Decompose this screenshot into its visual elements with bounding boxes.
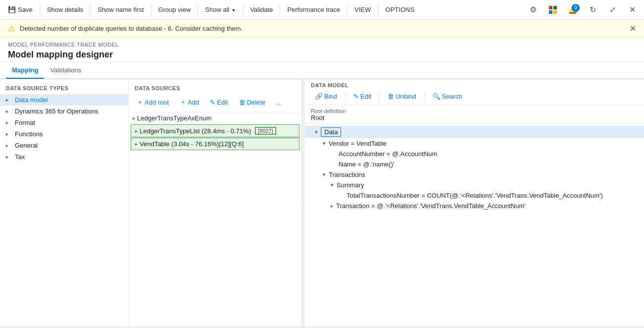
- ds-type-chevron-data-model: [6, 97, 12, 103]
- dm-node-data[interactable]: Data: [305, 126, 644, 138]
- ds-type-item-format[interactable]: Format: [0, 117, 128, 128]
- tab-mapping[interactable]: Mapping: [6, 62, 44, 79]
- validate-button[interactable]: Validate: [246, 4, 277, 15]
- separator-8: [378, 4, 379, 16]
- add-root-button[interactable]: ＋ Add root: [133, 96, 173, 108]
- separator-6: [280, 4, 280, 16]
- toolbar-right: ⚙ 🔔 0 ↻ ⤢ ✕: [525, 2, 640, 18]
- ds-item-ledger-trans-type-ax[interactable]: LedgerTransTypeAxEnum: [129, 112, 301, 124]
- svg-rect-1: [553, 6, 557, 9]
- close-button[interactable]: ✕: [624, 2, 640, 18]
- dm-node-account-number[interactable]: AccountNumber = @.AccountNum: [305, 149, 644, 159]
- root-definition: Root definition Root: [305, 105, 644, 124]
- ds-item-ledger-trans-type-list[interactable]: LedgerTransTypeList (28.4ms - 0.71%) [90…: [131, 124, 299, 137]
- dm-node-summary[interactable]: Summary: [305, 180, 644, 190]
- search-dm-button[interactable]: 🔍 Search: [429, 91, 466, 102]
- ds-chevron-2: [135, 128, 138, 134]
- bind-button[interactable]: 🔗 Bind: [311, 91, 341, 102]
- left-panel: DATA SOURCE TYPES Data model Dynamics 36…: [0, 79, 302, 327]
- add-button[interactable]: ＋ Add: [176, 96, 203, 108]
- dm-label-transactions: Transactions: [329, 171, 365, 178]
- view-button[interactable]: VIEW: [350, 4, 375, 15]
- bind-icon: 🔗: [315, 93, 323, 100]
- save-button[interactable]: 💾 Save: [4, 4, 37, 15]
- ds-type-chevron-functions: [6, 131, 12, 137]
- ds-type-label-dynamics: Dynamics 365 for Operations: [15, 108, 98, 115]
- more-button[interactable]: ...: [272, 97, 286, 108]
- office-icon-button[interactable]: [545, 2, 561, 18]
- ds-type-label-general: General: [15, 142, 38, 149]
- dm-node-name[interactable]: Name = @.'name()': [305, 159, 644, 169]
- settings-icon-button[interactable]: ⚙: [525, 2, 541, 18]
- dm-node-transactions[interactable]: Transactions: [305, 169, 644, 180]
- dm-tree: Data Vendor = VendTable AccountNumber = …: [305, 124, 644, 327]
- expand-button[interactable]: ⤢: [604, 2, 620, 18]
- svg-rect-2: [549, 10, 552, 14]
- ds-type-item-tax[interactable]: Tax: [0, 151, 128, 163]
- details-bar[interactable]: DETAILS: [0, 327, 644, 332]
- notification-badge: 0: [572, 4, 580, 12]
- ds-type-chevron-tax: [6, 154, 12, 160]
- show-all-button[interactable]: Show all: [201, 4, 240, 15]
- group-view-button[interactable]: Group view: [154, 4, 195, 15]
- show-all-chevron: [231, 6, 236, 13]
- svg-rect-3: [553, 10, 557, 14]
- notification-wrap: 🔔 0: [565, 2, 581, 18]
- separator-4: [198, 4, 198, 16]
- ds-chevron-1: [133, 115, 135, 121]
- ds-label-1: LedgerTransTypeAxEnum: [137, 114, 212, 122]
- dm-header: DATA MODEL 🔗 Bind ✎ Edit 🗑 Unbind: [305, 79, 644, 105]
- dm-chevron-data: [315, 129, 318, 135]
- ds-chevron-3: [135, 141, 138, 147]
- edit-ds-button[interactable]: ✎ Edit: [206, 97, 232, 108]
- tab-validations[interactable]: Validations: [44, 62, 87, 79]
- warning-close-button[interactable]: ✕: [630, 24, 636, 33]
- edit-ds-icon: ✎: [210, 99, 215, 106]
- dm-node-vendor[interactable]: Vendor = VendTable: [305, 138, 644, 149]
- data-source-types-panel: DATA SOURCE TYPES Data model Dynamics 36…: [0, 79, 129, 327]
- ds-type-label-functions: Functions: [15, 130, 43, 138]
- delete-ds-icon: 🗑: [239, 99, 246, 106]
- performance-trace-button[interactable]: Performance trace: [283, 4, 344, 15]
- delete-ds-button[interactable]: 🗑 Delete: [235, 97, 270, 108]
- page-title: Model mapping designer: [8, 50, 636, 60]
- add-root-icon: ＋: [137, 98, 143, 107]
- ds-type-label-tax: Tax: [15, 153, 25, 161]
- office-icon: [548, 5, 557, 14]
- ds-label-3: VendTable (3.04s - 76.16%)[12][Q:6]: [140, 140, 244, 148]
- ds-item-vend-table[interactable]: VendTable (3.04s - 76.16%)[12][Q:6]: [131, 138, 299, 150]
- dm-node-total-transactions[interactable]: TotalTransactionsNumber = COUNT(@.'<Rela…: [305, 190, 644, 201]
- separator-7: [347, 4, 347, 16]
- ds-type-item-functions[interactable]: Functions: [0, 128, 128, 140]
- ds-type-item-data-model[interactable]: Data model: [0, 94, 128, 106]
- edit-dm-button[interactable]: ✎ Edit: [349, 91, 375, 102]
- ds-type-item-dynamics[interactable]: Dynamics 365 for Operations: [0, 106, 128, 117]
- refresh-button[interactable]: ↻: [585, 2, 600, 18]
- dm-label-name: Name = @.'name()': [339, 161, 394, 168]
- ds-type-item-general[interactable]: General: [0, 140, 128, 151]
- show-name-first-button[interactable]: Show name first: [94, 4, 148, 15]
- unbind-button[interactable]: 🗑 Unbind: [384, 91, 420, 102]
- separator-1: [40, 4, 40, 16]
- ds-label-2: LedgerTransTypeList (28.4ms - 0.71%): [140, 127, 251, 135]
- dm-sep-3: [424, 92, 425, 101]
- warning-banner: ⚠ Detected number of duplicate queries t…: [0, 20, 644, 38]
- unbind-icon: 🗑: [388, 93, 394, 100]
- breadcrumb: MODEL PERFORMANCE TRACE MODEL: [8, 42, 636, 48]
- ds-types-header: DATA SOURCE TYPES: [0, 83, 128, 94]
- ds-toolbar: ＋ Add root ＋ Add ✎ Edit 🗑 Delete: [129, 94, 301, 112]
- dm-label-account-number: AccountNumber = @.AccountNum: [339, 150, 437, 158]
- save-icon: 💾: [8, 6, 16, 13]
- dm-label-transaction: Transaction = @.'<Relations'.'VendTrans.…: [336, 202, 526, 210]
- add-icon: ＋: [180, 98, 186, 107]
- dm-node-transaction[interactable]: Transaction = @.'<Relations'.'VendTrans.…: [305, 201, 644, 211]
- ds-type-label-data-model: Data model: [15, 96, 48, 104]
- data-sources-panel: DATA SOURCES ＋ Add root ＋ Add ✎ Edit: [129, 79, 301, 327]
- options-button[interactable]: OPTIONS: [382, 4, 419, 15]
- ds-type-chevron-format: [6, 120, 12, 125]
- dm-chevron-vendor: [323, 140, 326, 147]
- dm-label-total-transactions: TotalTransactionsNumber = COUNT(@.'<Rela…: [347, 192, 603, 199]
- separator-5: [243, 4, 243, 16]
- svg-rect-0: [549, 6, 552, 9]
- show-details-button[interactable]: Show details: [43, 4, 88, 15]
